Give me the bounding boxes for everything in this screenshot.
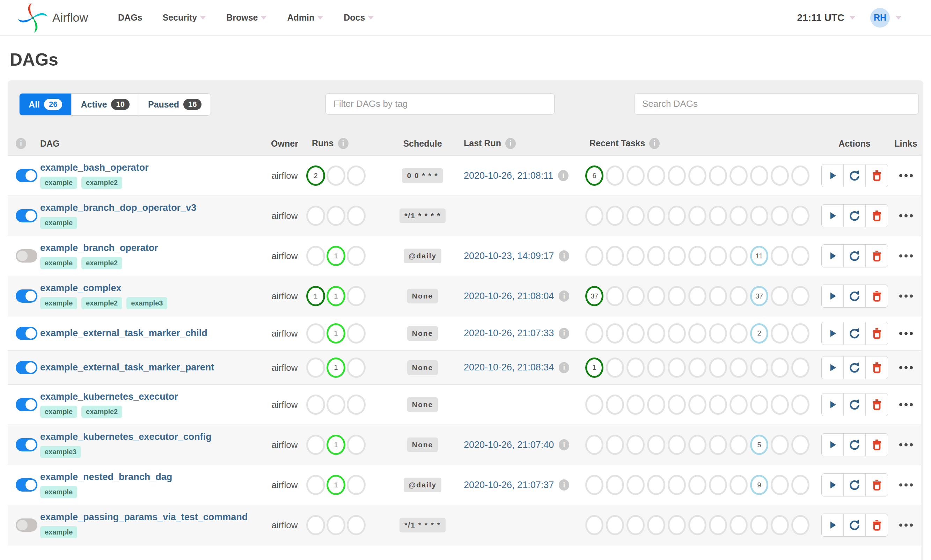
last-run-link[interactable]: 2020-10-26, 21:07:37 <box>464 480 554 491</box>
task-state-circle-skipped[interactable] <box>668 515 686 535</box>
dag-tag-badge[interactable]: example2 <box>82 257 122 269</box>
task-state-circle-removed[interactable] <box>791 206 809 226</box>
task-state-circle-running[interactable] <box>606 246 624 266</box>
task-state-circle-none[interactable]: 37 <box>750 286 768 306</box>
task-state-circle-failed[interactable] <box>347 206 366 226</box>
task-state-circle-running[interactable]: 1 <box>326 323 345 343</box>
task-state-circle-up_for_retry[interactable] <box>688 323 706 343</box>
task-state-circle-success[interactable] <box>306 394 325 415</box>
trigger-dag-button[interactable] <box>822 285 844 307</box>
task-state-circle-failed[interactable] <box>347 323 366 343</box>
task-state-circle-running[interactable]: 1 <box>326 286 345 306</box>
task-state-circle-removed[interactable] <box>791 435 809 455</box>
task-state-circle-removed[interactable] <box>791 475 809 495</box>
trigger-dag-button[interactable] <box>822 205 844 227</box>
delete-dag-button[interactable] <box>866 285 888 307</box>
task-state-circle-upstream_failed[interactable] <box>647 394 665 415</box>
task-state-circle-failed[interactable] <box>626 515 645 535</box>
dag-tag-badge[interactable]: example <box>40 257 77 269</box>
task-state-circle-up_for_reschedule[interactable] <box>709 475 727 495</box>
task-state-circle-success[interactable]: 37 <box>585 286 603 306</box>
task-state-circle-scheduled[interactable] <box>771 166 789 186</box>
task-state-circle-success[interactable] <box>585 435 603 455</box>
dag-pause-toggle[interactable] <box>16 361 37 374</box>
task-state-circle-skipped[interactable] <box>668 323 686 343</box>
task-state-circle-success[interactable] <box>306 515 325 535</box>
dag-tag-badge[interactable]: example <box>40 406 77 418</box>
task-state-circle-up_for_retry[interactable] <box>688 394 706 415</box>
refresh-dag-button[interactable] <box>844 357 866 379</box>
dag-name-link[interactable]: example_bash_operator <box>40 162 149 173</box>
dag-pause-toggle[interactable] <box>16 327 37 340</box>
task-state-circle-up_for_reschedule[interactable] <box>709 166 727 186</box>
task-state-circle-removed[interactable] <box>791 515 809 535</box>
last-run-link[interactable]: 2020-10-26, 21:08:04 <box>464 291 554 302</box>
tab-active[interactable]: Active10 <box>72 94 139 115</box>
task-state-circle-success[interactable] <box>585 206 603 226</box>
task-state-circle-failed[interactable] <box>347 435 366 455</box>
last-run-link[interactable]: 2020-10-26, 21:08:34 <box>464 362 554 373</box>
chevron-down-icon[interactable] <box>896 16 902 20</box>
task-state-circle-running[interactable] <box>326 166 345 186</box>
task-state-circle-running[interactable] <box>606 394 624 415</box>
task-state-circle-none[interactable] <box>750 357 768 378</box>
task-state-circle-failed[interactable] <box>347 475 366 495</box>
filter-tags-input[interactable] <box>325 93 554 114</box>
task-state-circle-none[interactable]: 11 <box>750 246 768 266</box>
task-state-circle-scheduled[interactable] <box>771 357 789 378</box>
task-state-circle-failed[interactable] <box>347 394 366 415</box>
task-state-circle-scheduled[interactable] <box>771 515 789 535</box>
task-state-circle-queued[interactable] <box>729 435 748 455</box>
dag-links-menu[interactable] <box>891 443 920 446</box>
dag-pause-toggle[interactable] <box>16 438 37 451</box>
task-state-circle-success[interactable] <box>306 435 325 455</box>
task-state-circle-upstream_failed[interactable] <box>647 206 665 226</box>
task-state-circle-running[interactable] <box>606 206 624 226</box>
refresh-dag-button[interactable] <box>844 322 866 345</box>
task-state-circle-running[interactable] <box>326 394 345 415</box>
task-state-circle-up_for_retry[interactable] <box>688 475 706 495</box>
task-state-circle-running[interactable]: 1 <box>326 357 345 378</box>
dag-links-menu[interactable] <box>891 403 920 406</box>
dag-links-menu[interactable] <box>891 295 920 298</box>
task-state-circle-none[interactable] <box>750 394 768 415</box>
dag-tag-badge[interactable]: example <box>40 526 77 538</box>
task-state-circle-running[interactable] <box>606 475 624 495</box>
task-state-circle-queued[interactable] <box>729 394 748 415</box>
task-state-circle-success[interactable] <box>306 475 325 495</box>
task-state-circle-removed[interactable] <box>791 357 809 378</box>
task-state-circle-removed[interactable] <box>791 246 809 266</box>
dag-tag-badge[interactable]: example2 <box>82 406 122 418</box>
task-state-circle-upstream_failed[interactable] <box>647 475 665 495</box>
delete-dag-button[interactable] <box>866 514 888 536</box>
tab-paused[interactable]: Paused16 <box>139 94 211 115</box>
refresh-dag-button[interactable] <box>844 434 866 456</box>
task-state-circle-none[interactable] <box>750 206 768 226</box>
task-state-circle-up_for_retry[interactable] <box>688 357 706 378</box>
task-state-circle-scheduled[interactable] <box>771 435 789 455</box>
nav-item-browse[interactable]: Browse <box>226 12 267 23</box>
task-state-circle-up_for_retry[interactable] <box>688 435 706 455</box>
dag-pause-toggle[interactable] <box>16 398 37 411</box>
delete-dag-button[interactable] <box>866 474 888 496</box>
task-state-circle-removed[interactable] <box>791 394 809 415</box>
dag-name-link[interactable]: example_passing_params_via_test_command <box>40 512 248 523</box>
dag-tag-badge[interactable]: example <box>40 217 77 229</box>
task-state-circle-running[interactable] <box>606 515 624 535</box>
task-state-circle-success[interactable] <box>585 475 603 495</box>
task-state-circle-failed[interactable] <box>626 206 645 226</box>
dag-pause-toggle[interactable] <box>16 209 37 222</box>
dag-name-link[interactable]: example_kubernetes_executor_config <box>40 432 212 442</box>
trigger-dag-button[interactable] <box>822 245 844 267</box>
task-state-circle-running[interactable] <box>326 206 345 226</box>
dag-tag-badge[interactable]: example3 <box>40 446 81 458</box>
last-run-link[interactable]: 2020-10-26, 21:07:40 <box>464 440 554 450</box>
dag-name-link[interactable]: example_branch_dop_operator_v3 <box>40 203 196 213</box>
refresh-dag-button[interactable] <box>844 474 866 496</box>
task-state-circle-up_for_reschedule[interactable] <box>709 515 727 535</box>
task-state-circle-success[interactable] <box>306 323 325 343</box>
utc-clock-dropdown[interactable]: 21:11 UTC <box>797 12 856 23</box>
dag-name-link[interactable]: example_complex <box>40 283 167 294</box>
task-state-circle-none[interactable]: 2 <box>750 323 768 343</box>
delete-dag-button[interactable] <box>866 205 888 227</box>
